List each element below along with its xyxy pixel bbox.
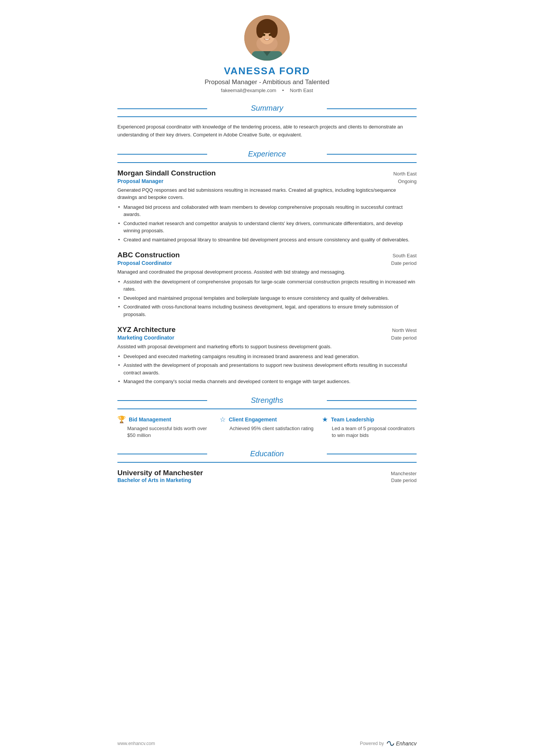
enhancv-logo-icon bbox=[386, 740, 395, 747]
edu-subheader-1: Bachelor of Arts in Marketing Date perio… bbox=[117, 477, 417, 483]
list-item: Developed and executed marketing campaig… bbox=[117, 353, 417, 360]
contact-dot: • bbox=[282, 88, 284, 93]
job-role-1: Proposal Manager bbox=[117, 178, 163, 184]
enhancv-logo: Enhancv bbox=[386, 740, 417, 747]
edu-header-1: University of Manchester Manchester bbox=[117, 469, 417, 477]
summary-section-title: Summary bbox=[117, 104, 417, 113]
job-period-2: Date period bbox=[391, 260, 417, 266]
job-desc-2: Managed and coordinated the proposal dev… bbox=[117, 268, 417, 276]
resume-page: VANESSA FORD Proposal Manager - Ambitiou… bbox=[95, 0, 439, 756]
job-block-1: Morgan Sindall Construction North East P… bbox=[117, 169, 417, 244]
svg-point-9 bbox=[269, 34, 272, 36]
job-company-1: Morgan Sindall Construction bbox=[117, 169, 216, 177]
edu-degree-1: Bachelor of Arts in Marketing bbox=[117, 477, 191, 483]
job-desc-3: Assisted with proposal development and m… bbox=[117, 343, 417, 351]
strength-desc-3: Led a team of 5 proposal coordinators to… bbox=[322, 425, 417, 439]
edu-school-1: University of Manchester bbox=[117, 469, 203, 477]
strength-item-2: ☆ Client Engagement Achieved 95% client … bbox=[220, 415, 314, 439]
edu-block-1: University of Manchester Manchester Bach… bbox=[117, 469, 417, 483]
edu-period-1: Date period bbox=[391, 477, 417, 483]
list-item: Conducted market research and competitor… bbox=[117, 220, 417, 235]
strength-item-3: ★ Team Leadership Led a team of 5 propos… bbox=[322, 415, 417, 439]
job-desc-1: Generated PQQ responses and bid submissi… bbox=[117, 186, 417, 201]
list-item: Managed bid process and collaborated wit… bbox=[117, 203, 417, 218]
avatar bbox=[244, 15, 290, 61]
job-role-2: Proposal Coordinator bbox=[117, 260, 172, 266]
list-item: Coordinated with cross-functional teams … bbox=[117, 303, 417, 318]
strength-title-row-3: ★ Team Leadership bbox=[322, 415, 417, 424]
list-item: Created and maintained proposal library … bbox=[117, 236, 417, 244]
experience-divider bbox=[117, 162, 417, 163]
svg-point-7 bbox=[259, 21, 275, 33]
strength-title-3: Team Leadership bbox=[331, 416, 374, 423]
job-bullets-2: Assisted with the development of compreh… bbox=[117, 278, 417, 318]
candidate-contact: fakeemail@example.com • North East bbox=[117, 88, 417, 93]
list-item: Assisted with the development of compreh… bbox=[117, 278, 417, 293]
list-item: Developed and maintained proposal templa… bbox=[117, 294, 417, 302]
summary-divider bbox=[117, 116, 417, 117]
education-section-title: Education bbox=[117, 449, 417, 458]
job-subheader-3: Marketing Coordinator Date period bbox=[117, 335, 417, 341]
enhancv-brand-name: Enhancv bbox=[396, 740, 417, 747]
resume-footer: www.enhancv.com Powered by Enhancv bbox=[117, 740, 417, 747]
star-outline-icon: ☆ bbox=[220, 415, 226, 424]
trophy-icon: 🏆 bbox=[117, 415, 126, 424]
edu-location-1: Manchester bbox=[391, 471, 417, 476]
strength-title-2: Client Engagement bbox=[229, 416, 277, 423]
candidate-email: fakeemail@example.com bbox=[221, 88, 276, 93]
list-item: Managed the company's social media chann… bbox=[117, 378, 417, 385]
resume-header: VANESSA FORD Proposal Manager - Ambitiou… bbox=[117, 15, 417, 93]
strength-desc-1: Managed successful bids worth over $50 m… bbox=[117, 425, 212, 439]
svg-point-8 bbox=[263, 34, 265, 36]
job-company-2: ABC Construction bbox=[117, 251, 180, 259]
job-company-3: XYZ Architecture bbox=[117, 326, 175, 334]
candidate-name: VANESSA FORD bbox=[117, 65, 417, 77]
list-item: Assisted with the development of proposa… bbox=[117, 362, 417, 376]
job-bullets-1: Managed bid process and collaborated wit… bbox=[117, 203, 417, 244]
strength-item-1: 🏆 Bid Management Managed successful bids… bbox=[117, 415, 212, 439]
strength-desc-2: Achieved 95% client satisfaction rating bbox=[220, 425, 314, 432]
job-header-1: Morgan Sindall Construction North East bbox=[117, 169, 417, 177]
footer-website: www.enhancv.com bbox=[117, 741, 155, 746]
strength-title-row-1: 🏆 Bid Management bbox=[117, 415, 212, 424]
job-period-3: Date period bbox=[391, 335, 417, 341]
job-header-2: ABC Construction South East bbox=[117, 251, 417, 259]
strength-title-row-2: ☆ Client Engagement bbox=[220, 415, 314, 424]
strengths-divider bbox=[117, 409, 417, 409]
job-location-3: North West bbox=[392, 327, 417, 333]
candidate-location: North East bbox=[290, 88, 313, 93]
job-role-3: Marketing Coordinator bbox=[117, 335, 174, 341]
job-block-3: XYZ Architecture North West Marketing Co… bbox=[117, 326, 417, 385]
summary-text: Experienced proposal coordinator with kn… bbox=[117, 123, 417, 139]
job-period-1: Ongoing bbox=[398, 178, 417, 184]
experience-section-title: Experience bbox=[117, 150, 417, 158]
job-location-1: North East bbox=[393, 171, 417, 177]
candidate-title: Proposal Manager - Ambitious and Talente… bbox=[117, 78, 417, 86]
strength-title-1: Bid Management bbox=[129, 416, 171, 423]
powered-by-label: Powered by bbox=[360, 741, 384, 746]
job-bullets-3: Developed and executed marketing campaig… bbox=[117, 353, 417, 385]
job-block-2: ABC Construction South East Proposal Coo… bbox=[117, 251, 417, 318]
footer-brand: Powered by Enhancv bbox=[360, 740, 417, 747]
job-subheader-1: Proposal Manager Ongoing bbox=[117, 178, 417, 184]
strengths-grid: 🏆 Bid Management Managed successful bids… bbox=[117, 415, 417, 439]
job-location-2: South East bbox=[392, 253, 417, 258]
job-subheader-2: Proposal Coordinator Date period bbox=[117, 260, 417, 266]
strengths-section-title: Strengths bbox=[117, 396, 417, 405]
education-divider bbox=[117, 462, 417, 463]
star-filled-icon: ★ bbox=[322, 415, 328, 424]
job-header-3: XYZ Architecture North West bbox=[117, 326, 417, 334]
